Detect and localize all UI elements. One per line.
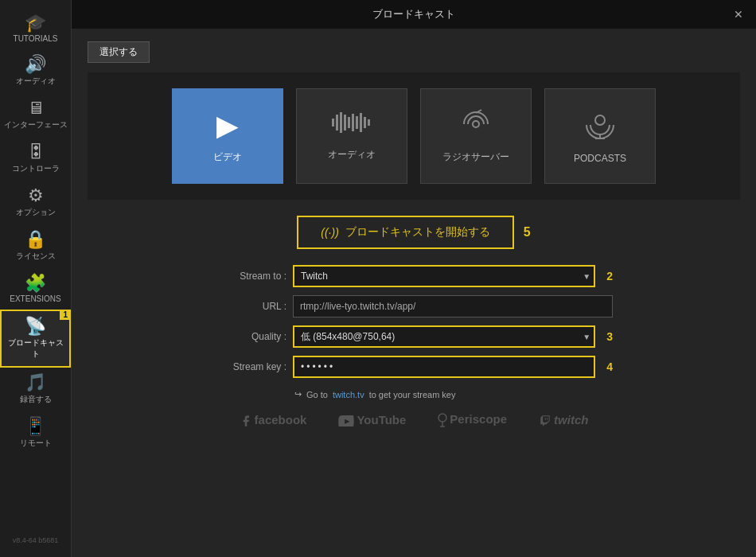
type-card-podcasts[interactable]: PODCASTS [544,88,656,184]
url-label: URL : [215,301,286,312]
svg-rect-9 [368,119,370,126]
svg-rect-1 [336,115,338,130]
broadcast-start-button[interactable]: ((·)) ブロードキャストを開始する [297,216,514,249]
quality-row: Quality : 低 (854x480@750,64) 中 (1280x720… [215,325,613,348]
record-icon: 🎵 [25,374,46,391]
sidebar-item-label-interface: インターフェース [4,119,68,130]
stream-to-step: 2 [606,270,613,282]
svg-rect-7 [360,113,362,132]
sidebar-item-options[interactable]: ⚙ オプション [0,181,71,224]
titlebar-title: ブロードキャスト [97,7,731,21]
stream-key-step: 4 [606,360,613,373]
stream-key-label: Stream key : [215,361,286,372]
stream-to-select[interactable]: Twitch YouTube Facebook Custom [293,265,595,287]
broadcast-icon: 📡 [25,317,46,335]
url-row: URL : [215,295,613,317]
svg-point-15 [438,414,446,422]
close-button[interactable]: ✕ [731,8,746,21]
broadcast-step-badge: 1 [60,310,71,320]
svg-rect-5 [352,114,354,131]
broadcast-btn-label: ブロードキャストを開始する [345,225,490,240]
type-card-radio[interactable]: ラジオサーバー [420,88,532,184]
svg-rect-3 [344,115,346,130]
sidebar-item-audio[interactable]: 🔊 オーディオ [0,49,71,93]
stream-to-select-wrapper: Twitch YouTube Facebook Custom ▼ [293,265,595,287]
tab-select[interactable]: 選択する [88,41,150,63]
sidebar-item-label-extensions: EXTENSIONS [10,294,60,303]
video-card-icon: ▶ [216,109,239,142]
type-card-video[interactable]: ▶ ビデオ [172,88,283,184]
version-label: v8.4-64 b5681 [8,532,64,549]
facebook-logo: facebook [240,413,307,427]
podcasts-card-label: PODCASTS [574,153,626,164]
broadcast-btn-row: ((·)) ブロードキャストを開始する 5 [88,216,740,249]
footer-logos: facebook YouTube Periscope twitch [88,399,740,440]
remote-icon: 📱 [25,418,46,435]
twitch-link[interactable]: twitch.tv [333,390,364,399]
stream-key-link-suffix: to get your stream key [369,390,456,399]
sidebar-item-interface[interactable]: 🖥 インターフェース [0,93,71,137]
sidebar-item-label-broadcast: ブロードキャスト [5,337,66,360]
twitch-logo: twitch [539,413,588,427]
audio-card-label: オーディオ [328,148,376,162]
audio-card-icon [332,111,372,140]
sidebar-item-label-remote: リモート [20,438,52,449]
sidebar-item-broadcast[interactable]: 1 📡 ブロードキャスト [0,310,71,368]
form-section: Stream to : Twitch YouTube Facebook Cust… [215,265,613,399]
url-input[interactable] [293,295,613,317]
license-icon: 🔒 [25,231,46,248]
type-grid: ▶ ビデオ オーディオ ラジオサーバー [88,72,740,200]
sidebar-item-record[interactable]: 🎵 録音する [0,368,71,411]
broadcast-step-number: 5 [524,225,531,240]
svg-point-10 [473,121,479,127]
sidebar-item-license[interactable]: 🔒 ライセンス [0,224,71,268]
stream-to-label: Stream to : [215,271,286,282]
sidebar-item-label-audio: オーディオ [16,76,56,87]
controller-icon: 🎛 [27,143,45,161]
svg-point-12 [595,115,605,125]
sidebar-item-controller[interactable]: 🎛 コントローラ [0,137,71,181]
extensions-icon: 🧩 [25,275,46,292]
quality-select[interactable]: 低 (854x480@750,64) 中 (1280x720@1500,128)… [293,325,595,348]
youtube-logo: YouTube [338,413,406,427]
quality-select-wrapper: 低 (854x480@750,64) 中 (1280x720@1500,128)… [293,325,595,348]
audio-icon: 🔊 [25,56,46,73]
sidebar-item-extensions[interactable]: 🧩 EXTENSIONS [0,268,71,310]
sidebar-item-label-controller: コントローラ [12,163,60,174]
broadcast-btn-icon: ((·)) [321,226,339,239]
svg-rect-8 [364,117,366,128]
type-card-audio[interactable]: オーディオ [296,88,407,184]
link-arrow-icon: ↪ [294,389,302,399]
svg-rect-6 [356,116,358,129]
sidebar-item-label-record: 録音する [20,394,52,405]
main-panel: ブロードキャスト ✕ 選択する ▶ ビデオ オーディオ [72,0,756,557]
stream-key-link-prefix: Go to [306,390,328,399]
content-area: 選択する ▶ ビデオ オーディオ [72,29,756,557]
sidebar-item-label-options: オプション [16,207,56,218]
periscope-logo: Periscope [438,412,507,427]
svg-rect-4 [348,117,350,128]
sidebar-item-label-license: ライセンス [16,251,56,262]
quality-step: 3 [606,330,613,343]
stream-key-link-row: ↪ Go to twitch.tv to get your stream key [215,389,613,399]
podcasts-card-icon [584,109,616,145]
svg-rect-0 [332,119,334,127]
quality-label: Quality : [215,331,286,342]
sidebar: 🎓 TUTORIALS 🔊 オーディオ 🖥 インターフェース 🎛 コントローラ … [0,0,72,557]
svg-rect-2 [340,112,342,133]
options-icon: ⚙ [28,187,44,204]
sidebar-item-label-tutorials: TUTORIALS [14,34,58,43]
sidebar-item-tutorials[interactable]: 🎓 TUTORIALS [0,8,71,49]
sidebar-item-remote[interactable]: 📱 リモート [0,411,71,455]
titlebar: ブロードキャスト ✕ [72,0,756,29]
interface-icon: 🖥 [27,99,45,117]
radio-card-icon [460,108,492,142]
stream-key-row: Stream key : 4 [215,356,613,378]
stream-key-input[interactable] [293,356,595,378]
video-card-label: ビデオ [213,150,242,164]
tab-bar: 選択する [88,41,740,63]
tutorials-icon: 🎓 [25,14,46,32]
stream-to-row: Stream to : Twitch YouTube Facebook Cust… [215,265,613,287]
radio-card-label: ラジオサーバー [442,150,509,164]
